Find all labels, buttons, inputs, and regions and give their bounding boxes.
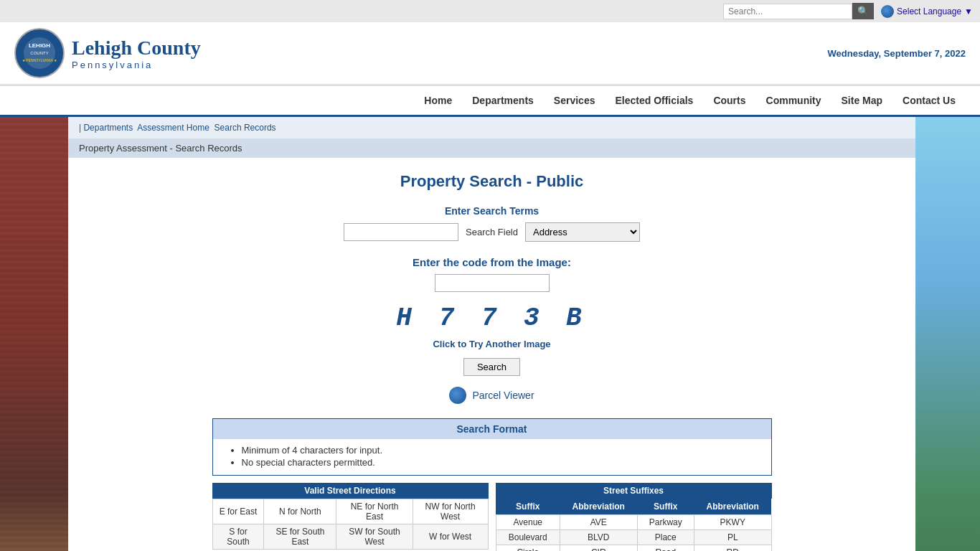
dir-nw: NW for North West <box>413 499 488 524</box>
county-seal: LEHIGH COUNTY ★ PENNSYLVANIA ★ <box>14 28 65 78</box>
dir-ne: NE for North East <box>336 499 413 524</box>
property-search-input[interactable] <box>344 223 458 241</box>
search-format-box: Search Format Minimum of 4 characters fo… <box>212 418 772 476</box>
search-button[interactable]: Search <box>463 358 520 376</box>
col-abbr1: Abbreviation <box>560 499 638 515</box>
col-suffix1: Suffix <box>496 499 560 515</box>
dir-e: E for East <box>212 499 264 524</box>
table-cell: Circle <box>496 545 560 552</box>
parcel-globe-icon <box>449 387 466 404</box>
right-decorative-image <box>915 117 980 551</box>
search-format-header: Search Format <box>213 419 771 439</box>
table-cell: AVE <box>560 515 638 530</box>
left-decorative-image <box>0 117 68 551</box>
nav-community[interactable]: Community <box>756 86 831 115</box>
table-cell: Boulevard <box>496 530 560 545</box>
svg-text:COUNTY: COUNTY <box>30 51 48 55</box>
search-field-label: Search Field <box>466 227 518 237</box>
dir-se: SE for South East <box>264 524 336 550</box>
lang-arrow: ▼ <box>964 6 973 17</box>
date-display: Wednesday, September 7, 2022 <box>828 48 966 59</box>
lang-label[interactable]: Select Language <box>897 6 961 17</box>
page-wrapper: | Departments Assessment Home Search Rec… <box>0 117 980 551</box>
table-cell: PL <box>694 530 771 545</box>
nav-elected-officials[interactable]: Elected Officials <box>605 86 703 115</box>
try-another-link[interactable]: Click to Try Another Image <box>97 339 887 349</box>
table-cell: Place <box>637 530 694 545</box>
site-header: LEHIGH COUNTY ★ PENNSYLVANIA ★ Lehigh Co… <box>0 22 980 85</box>
top-search-input[interactable] <box>723 4 852 19</box>
rule-2: No special characters permitted. <box>242 457 757 468</box>
captcha-image: H 7 7 3 B <box>97 303 887 333</box>
table-cell: Avenue <box>496 515 560 530</box>
dir-sw: SW for South West <box>336 524 413 550</box>
nav-site-map[interactable]: Site Map <box>831 86 893 115</box>
nav-contact-us[interactable]: Contact Us <box>892 86 966 115</box>
tables-row: Valid Street Directions E for East N for… <box>212 483 772 551</box>
table-cell: Road <box>637 545 694 552</box>
table-cell: PKWY <box>694 515 771 530</box>
captcha-input[interactable] <box>435 274 550 292</box>
page-title-bar: Property Assessment - Search Records <box>68 138 915 158</box>
street-directions-header: Valid Street Directions <box>212 483 489 499</box>
table-cell: BLVD <box>560 530 638 545</box>
table-cell: Parkway <box>637 515 694 530</box>
main-content: | Departments Assessment Home Search Rec… <box>68 117 915 551</box>
logo-text: Lehigh County Pennsylvania <box>72 37 201 70</box>
nav-courts[interactable]: Courts <box>703 86 755 115</box>
street-directions-section: Valid Street Directions E for East N for… <box>212 483 489 551</box>
street-suffixes-header: Street Suffixes <box>496 483 772 499</box>
parcel-viewer-link[interactable]: Parcel Viewer <box>97 387 887 404</box>
dir-s: S for South <box>212 524 264 550</box>
table-row: AvenueAVEParkwayPKWY <box>496 515 771 530</box>
logo-area: LEHIGH COUNTY ★ PENNSYLVANIA ★ Lehigh Co… <box>14 28 201 78</box>
search-row: Search Field Address Owner Name PIN Stre… <box>97 222 887 242</box>
nav-services[interactable]: Services <box>544 86 606 115</box>
table-row: E for East N for North NE for North East… <box>212 499 488 524</box>
county-name: Lehigh County <box>72 37 201 60</box>
captcha-label: Enter the code from the Image: <box>97 256 887 268</box>
table-row: CircleCIRRoadRD <box>496 545 771 552</box>
header-right: Wednesday, September 7, 2022 <box>828 48 966 59</box>
content-area: Property Search - Public Enter Search Te… <box>68 158 915 551</box>
dir-n: N for North <box>264 499 336 524</box>
search-format-body: Minimum of 4 characters for input. No sp… <box>213 439 771 475</box>
street-directions-table: E for East N for North NE for North East… <box>212 499 489 550</box>
svg-text:★ PENNSYLVANIA ★: ★ PENNSYLVANIA ★ <box>22 58 57 62</box>
page-title: Property Assessment - Search Records <box>79 143 242 154</box>
rule-1: Minimum of 4 characters for input. <box>242 445 757 456</box>
page-main-title: Property Search - Public <box>97 172 887 191</box>
breadcrumb-departments[interactable]: Departments <box>83 123 133 133</box>
table-header-row: Suffix Abbreviation Suffix Abbreviation <box>496 499 771 515</box>
street-suffixes-section: Street Suffixes Suffix Abbreviation Suff… <box>496 483 772 551</box>
breadcrumb: | Departments Assessment Home Search Rec… <box>68 117 915 138</box>
dir-w: W for West <box>413 524 488 550</box>
col-abbr2: Abbreviation <box>694 499 771 515</box>
globe-icon <box>881 5 894 18</box>
col-suffix2: Suffix <box>637 499 694 515</box>
table-cell: CIR <box>560 545 638 552</box>
main-nav: Home Departments Services Elected Offici… <box>0 85 980 117</box>
nav-departments[interactable]: Departments <box>462 86 544 115</box>
top-search-button[interactable]: 🔍 <box>852 3 874 19</box>
breadcrumb-assessment[interactable]: Assessment Home <box>137 123 209 133</box>
svg-text:LEHIGH: LEHIGH <box>29 42 50 49</box>
table-row: BoulevardBLVDPlacePL <box>496 530 771 545</box>
state-name: Pennsylvania <box>72 60 201 70</box>
top-search-box[interactable]: 🔍 <box>723 3 874 19</box>
top-bar: 🔍 Select Language ▼ <box>0 0 980 22</box>
breadcrumb-search-records[interactable]: Search Records <box>215 123 276 133</box>
enter-terms-label: Enter Search Terms <box>97 205 887 217</box>
table-row: S for South SE for South East SW for Sou… <box>212 524 488 550</box>
street-suffixes-table: Suffix Abbreviation Suffix Abbreviation … <box>496 499 772 551</box>
language-selector[interactable]: Select Language ▼ <box>881 5 973 18</box>
table-cell: RD <box>694 545 771 552</box>
nav-home[interactable]: Home <box>414 86 462 115</box>
search-field-select[interactable]: Address Owner Name PIN Street Name <box>525 222 640 242</box>
parcel-viewer-label: Parcel Viewer <box>472 390 534 401</box>
